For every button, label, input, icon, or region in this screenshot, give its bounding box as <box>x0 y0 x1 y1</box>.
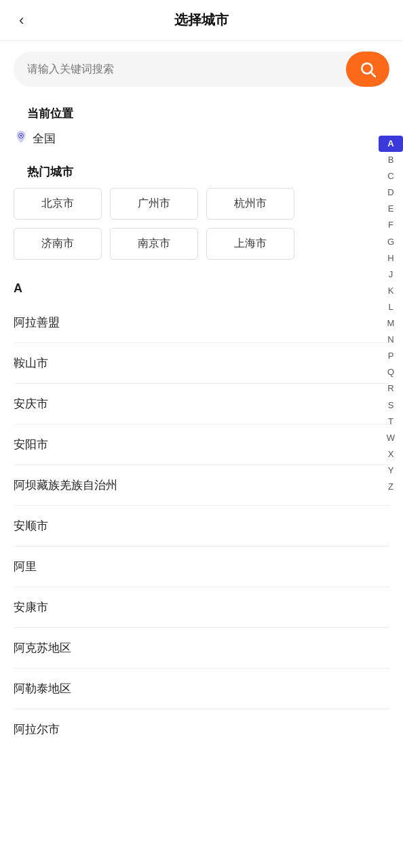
alpha-index-item[interactable]: Q <box>379 364 403 380</box>
alpha-index-item[interactable]: W <box>379 430 403 446</box>
alpha-index-item[interactable]: X <box>379 446 403 462</box>
svg-point-4 <box>20 135 22 137</box>
search-button[interactable] <box>346 52 389 87</box>
alpha-index-item[interactable]: D <box>379 184 403 201</box>
page-title: 选择城市 <box>174 11 229 29</box>
alpha-index-item[interactable]: B <box>379 152 403 168</box>
city-list-item[interactable]: 安阳市 <box>14 425 389 465</box>
hot-city-button[interactable]: 南京市 <box>110 228 198 260</box>
alphabet-sidebar: ABCDEFGHJKLMNPQRSTWXYZ <box>379 136 403 495</box>
city-list-item[interactable]: 安庆市 <box>14 384 389 425</box>
city-list-item[interactable]: 阿克苏地区 <box>14 628 389 669</box>
hot-cities-section: 热门城市 北京市广州市杭州市济南市南京市上海市 <box>0 159 403 271</box>
alpha-index-item[interactable]: G <box>379 234 403 250</box>
alpha-index-item[interactable]: F <box>379 217 403 233</box>
alpha-index-item[interactable]: H <box>379 250 403 267</box>
location-icon <box>14 130 28 148</box>
city-list-item[interactable]: 阿拉善盟 <box>14 302 389 343</box>
city-list-item[interactable]: 安康市 <box>14 587 389 628</box>
alpha-index-item[interactable]: T <box>379 414 403 430</box>
city-list-item[interactable]: 阿里 <box>14 547 389 587</box>
alpha-index-item[interactable]: C <box>379 168 403 184</box>
alpha-index-item[interactable]: N <box>379 332 403 348</box>
current-location-title: 当前位置 <box>14 100 389 130</box>
back-button[interactable]: ‹ <box>14 9 29 32</box>
alpha-index-item[interactable]: L <box>379 299 403 315</box>
city-list-item[interactable]: 阿坝藏族羌族自治州 <box>14 465 389 506</box>
location-row[interactable]: 全国 <box>14 130 389 148</box>
current-location-section: 当前位置 全国 <box>0 98 403 159</box>
hot-cities-title: 热门城市 <box>14 159 389 188</box>
alpha-index-item[interactable]: E <box>379 201 403 217</box>
hot-city-button[interactable]: 济南市 <box>14 228 102 260</box>
alpha-index-item[interactable]: J <box>379 267 403 283</box>
city-list-item[interactable]: 鞍山市 <box>14 343 389 384</box>
alpha-index-item[interactable]: R <box>379 380 403 397</box>
alpha-index-item[interactable]: Z <box>379 479 403 495</box>
alpha-index-item[interactable]: Y <box>379 462 403 479</box>
search-input[interactable] <box>14 63 346 75</box>
search-icon <box>359 60 377 78</box>
alpha-index-item[interactable]: K <box>379 283 403 299</box>
header: ‹ 选择城市 <box>0 0 403 41</box>
location-city-name: 全国 <box>33 131 56 146</box>
search-bar <box>14 52 389 87</box>
hot-city-button[interactable]: 上海市 <box>206 228 294 260</box>
city-list-item[interactable]: 阿拉尔市 <box>14 709 389 749</box>
alpha-group-label: A <box>14 271 389 302</box>
hot-city-button[interactable]: 北京市 <box>14 188 102 220</box>
alpha-index-item[interactable]: A <box>379 136 403 152</box>
search-bar-section <box>0 41 403 98</box>
hot-city-button[interactable]: 杭州市 <box>206 188 294 220</box>
alpha-index-item[interactable]: P <box>379 348 403 364</box>
alpha-index-item[interactable]: S <box>379 397 403 414</box>
city-list: A阿拉善盟鞍山市安庆市安阳市阿坝藏族羌族自治州安顺市阿里安康市阿克苏地区阿勒泰地… <box>0 271 403 749</box>
alpha-index-item[interactable]: M <box>379 315 403 332</box>
city-list-item[interactable]: 阿勒泰地区 <box>14 669 389 709</box>
hot-city-button[interactable]: 广州市 <box>110 188 198 220</box>
city-list-item[interactable]: 安顺市 <box>14 506 389 547</box>
hot-cities-grid: 北京市广州市杭州市济南市南京市上海市 <box>14 188 389 260</box>
svg-line-1 <box>371 73 375 77</box>
